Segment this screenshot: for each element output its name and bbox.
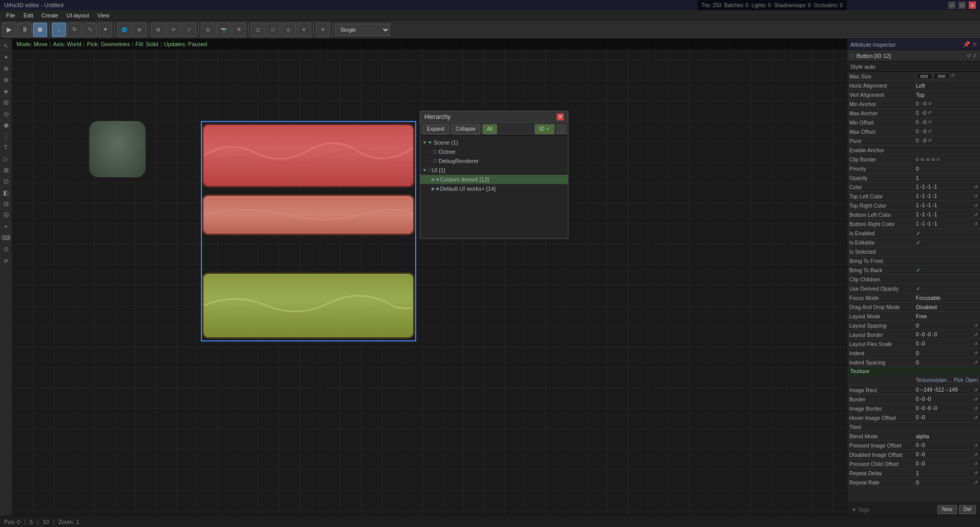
menu-view[interactable]: View [93, 11, 114, 19]
light-toggle[interactable]: ☀ [297, 23, 311, 37]
sidebar-icon-zero[interactable]: ⌀ [1, 255, 11, 266]
attr-value-imagerect[interactable]: 0 ◦-149 ◦512 ◦-149 [916, 387, 974, 393]
hierarchy-item-default-ui[interactable]: ▶ ■ Default UI works+ [14] [420, 184, 568, 193]
attr-value-draganddropmode[interactable]: Disabled [916, 304, 978, 310]
attr-scroll-area[interactable]: Max Size 500 500 ↺ Horiz Alignment Left … [847, 72, 980, 502]
attr-tags-label[interactable]: ▼ Tags [851, 506, 869, 513]
attr-maxoffset-refresh[interactable]: ↺ [928, 129, 932, 134]
attr-value-vertalign[interactable]: Top [916, 92, 978, 98]
hierarchy-item-custom[interactable]: ▶ ■ Custom doesnt [12] [420, 175, 568, 184]
render-mode-select[interactable]: Single Vertical Split Horizontal Split Q… [335, 24, 390, 36]
wireframe-mode[interactable]: ⬡ [266, 23, 280, 37]
attr-value-layoutmode[interactable]: Free [916, 313, 978, 319]
hierarchy-close-button[interactable]: ✕ [557, 113, 564, 120]
attr-value-indentspacing[interactable]: 0 [916, 359, 974, 366]
attr-border-refresh[interactable]: ↺ [974, 397, 978, 402]
viewport[interactable]: Mode: Move | Axis: World | Pick: Geometr… [12, 39, 847, 516]
attr-hoverimageoffset-refresh[interactable]: ↺ [974, 415, 978, 420]
attr-bottomleftcolor-refresh[interactable]: ↺ [974, 212, 978, 217]
sidebar-icon-star[interactable]: ✦ [1, 52, 11, 63]
attr-new-button[interactable]: New [937, 505, 957, 514]
move-tool[interactable]: ↕ [52, 23, 66, 37]
hierarchy-expand-btn[interactable]: Expand [422, 124, 449, 134]
sidebar-icon-minus[interactable]: ⊟ [1, 199, 11, 209]
attr-value-pressedchildoffset[interactable]: 0 ◦0 [916, 461, 974, 467]
attr-value-pressedimageoffset[interactable]: 0 ◦0 [916, 442, 974, 448]
attr-topleftcolor-refresh[interactable]: ↺ [974, 194, 978, 199]
sidebar-icon-box2[interactable]: ⊡ [1, 176, 11, 187]
scale-tool[interactable]: ⤡ [83, 23, 97, 37]
attr-value-bottomrightcolor[interactable]: 1 ◦1 ◦1 ◦1 [916, 221, 974, 227]
menu-create[interactable]: Create [37, 11, 63, 19]
menu-edit[interactable]: Edit [19, 11, 37, 19]
attr-toprightcolor-refresh[interactable]: ↺ [974, 203, 978, 208]
attr-repeatdelay-refresh[interactable]: ↺ [974, 471, 978, 476]
hierarchy-settings-btn[interactable]: ⋮ [557, 125, 566, 134]
attr-value-disabledimageoffset[interactable]: 0 ◦0 [916, 452, 974, 457]
local-global[interactable]: 🌐 [117, 23, 131, 37]
attr-value-imageborder[interactable]: 0 ◦0 ◦0 ◦0 [916, 406, 974, 411]
cam-persp[interactable]: ⧉ [232, 23, 246, 37]
snap-angle[interactable]: ⟳ [167, 23, 181, 37]
attr-value-border[interactable]: 0 ◦0 ◦0 [916, 396, 974, 402]
attr-disabledimageoffset-refresh[interactable]: ↺ [974, 452, 978, 457]
attr-imageborder-refresh[interactable]: ↺ [974, 406, 978, 411]
sidebar-icon-menu[interactable]: ⋮ [1, 131, 11, 141]
vp-button-salmon[interactable] [202, 194, 415, 235]
vp-button-red[interactable] [202, 124, 415, 188]
sidebar-icon-grid[interactable]: ⊞ [1, 97, 11, 108]
attr-pressedimageoffset-refresh[interactable]: ↺ [974, 443, 978, 448]
attr-value-blendmode[interactable]: alpha [916, 433, 978, 439]
stop-button[interactable]: ⏹ [33, 23, 47, 37]
hierarchy-item-octree[interactable]: ··· ⬡ Octree [420, 147, 568, 156]
attr-texture-open-btn[interactable]: Open [966, 377, 978, 383]
rotate-tool[interactable]: ↻ [67, 23, 81, 37]
select-tool[interactable]: ✦ [98, 23, 112, 37]
attr-value-color[interactable]: 1 ◦1 ◦1 ◦1 [916, 184, 974, 190]
attr-layoutborder-refresh[interactable]: ↺ [974, 332, 978, 337]
vp-button-green[interactable] [202, 272, 415, 339]
attr-del-button[interactable]: Del [959, 505, 976, 514]
attr-maxsize-x[interactable]: 500 [916, 73, 932, 80]
sidebar-icon-arrow[interactable]: ↖ [1, 41, 11, 51]
attr-value-repeatdelay[interactable]: 1 [916, 470, 974, 476]
attr-texture-pick-btn[interactable]: Pick [954, 377, 964, 383]
attr-maxsize-y[interactable]: 500 [933, 73, 950, 80]
attr-value-topleftcolor[interactable]: 1 ◦1 ◦1 ◦1 [916, 193, 974, 199]
hierarchy-all-btn[interactable]: All [482, 124, 497, 134]
sidebar-icon-circle[interactable]: ◎ [1, 109, 11, 119]
attr-value-isenabled[interactable]: ✓ [916, 230, 978, 236]
window-controls[interactable]: ─ □ ✕ [948, 2, 976, 9]
cursor-btn[interactable]: ✛ [316, 23, 330, 37]
attr-value-bringtoback[interactable]: ✓ [916, 267, 978, 273]
hierarchy-collapse-btn[interactable]: Collapse [451, 124, 480, 134]
menu-ui-layout[interactable]: UI-layout [63, 11, 93, 19]
snap-scale[interactable]: ⤢ [182, 23, 196, 37]
attr-close-icon[interactable]: ✕ [972, 41, 977, 48]
attr-indent-refresh[interactable]: ↺ [974, 351, 978, 356]
pivot-toggle[interactable]: ⊕ [132, 23, 147, 37]
attr-value-priority[interactable]: 0 [916, 166, 978, 172]
attr-layoutspacing-refresh[interactable]: ↺ [974, 323, 978, 328]
attr-value-repeatrate[interactable]: 0 [916, 479, 974, 485]
snap-toggle[interactable]: ⊞ [151, 23, 166, 37]
sidebar-icon-add[interactable]: ⊕ [1, 64, 11, 74]
attr-minanchor-refresh[interactable]: ↺ [928, 101, 932, 107]
attr-indentspacing-refresh[interactable]: ↺ [974, 360, 978, 365]
attr-value-bottomleftcolor[interactable]: 1 ◦1 ◦1 ◦1 [916, 212, 974, 217]
attr-value-usederivedopacity[interactable]: ✓ [916, 286, 978, 292]
attr-check-icon[interactable]: ✓ [973, 53, 977, 58]
attr-color-refresh[interactable]: ↺ [974, 185, 978, 190]
attr-value-opacity[interactable]: 1 [916, 175, 978, 181]
attr-pin-icon[interactable]: 📌 [963, 41, 970, 48]
attr-clipborder-refresh[interactable]: ↺ [936, 157, 940, 162]
attr-value-toprightcolor[interactable]: 1 ◦1 ◦1 ◦1 [916, 202, 974, 208]
attr-value-indent[interactable]: 0 [916, 350, 974, 356]
fill-mode[interactable]: ◫ [251, 23, 265, 37]
attr-pivot-refresh[interactable]: ↺ [928, 138, 932, 144]
sidebar-icon-halfsquare[interactable]: ◧ [1, 188, 11, 198]
attr-value-layoutflexscale[interactable]: 0 ◦0 [916, 341, 974, 347]
pause-button[interactable]: ⏸ [17, 23, 32, 37]
hierarchy-item-debugrenderer[interactable]: ··· ⬡ DebugRenderer [420, 156, 568, 166]
sidebar-icon-text[interactable]: T [1, 143, 11, 153]
